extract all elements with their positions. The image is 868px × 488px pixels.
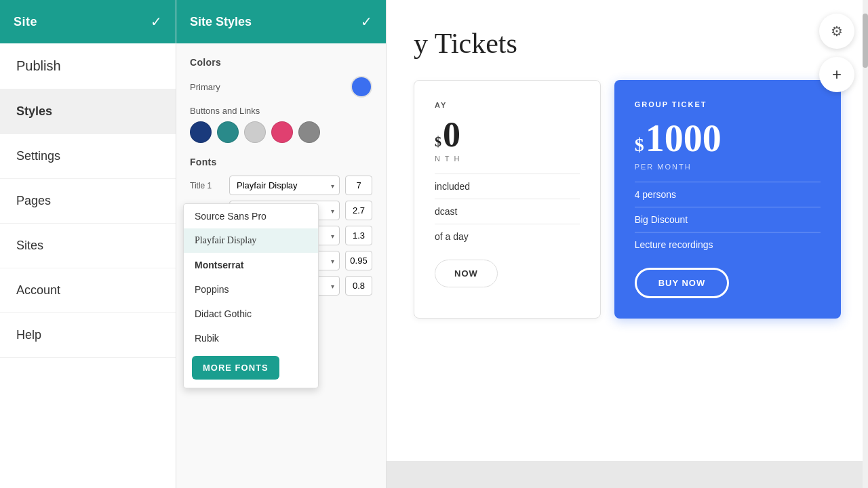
font-size-title3[interactable] xyxy=(345,226,372,245)
primary-row: Primary xyxy=(190,76,372,98)
sidebar-item-settings[interactable]: Settings xyxy=(0,134,176,179)
primary-color-swatch[interactable] xyxy=(351,76,372,98)
ticket-left-currency: $ xyxy=(435,134,441,150)
ticket-left-feature1: included xyxy=(435,174,580,199)
font-option-poppins[interactable]: Poppins xyxy=(184,277,318,302)
settings-icon-button[interactable]: ⚙ xyxy=(819,14,854,49)
ticket-right-feature2: Big Discount xyxy=(635,207,821,232)
font-size-text2[interactable] xyxy=(345,276,372,296)
page-title: y Tickets xyxy=(414,27,841,60)
ticket-left-period: N T H xyxy=(435,155,580,163)
sidebar-item-publish[interactable]: Publish xyxy=(0,43,176,89)
colors-section: Colors Primary Buttons and Links xyxy=(190,57,372,143)
sidebar-item-pages[interactable]: Pages xyxy=(0,179,176,224)
color-swatches xyxy=(190,121,372,143)
bottom-section xyxy=(387,461,868,488)
add-button[interactable]: + xyxy=(819,57,854,92)
scrollbar-thumb[interactable] xyxy=(863,14,868,68)
font-size-text1[interactable] xyxy=(345,251,372,270)
sidebar-item-sites[interactable]: Sites xyxy=(0,224,176,268)
sidebar-item-help[interactable]: Help xyxy=(0,313,176,358)
swatch-pink[interactable] xyxy=(271,121,293,143)
more-fonts-button[interactable]: MORE FONTS xyxy=(192,356,279,380)
primary-label: Primary xyxy=(190,82,220,92)
gear-icon: ⚙ xyxy=(831,23,843,39)
colors-label: Colors xyxy=(190,57,372,68)
page-area: y Tickets AY $ 0 N T H included dcast of… xyxy=(387,0,868,339)
middle-panel-header: Site Styles ✓ xyxy=(176,0,386,43)
middle-panel-content: Colors Primary Buttons and Links Fonts T… xyxy=(176,43,386,314)
right-scrollbar[interactable] xyxy=(863,0,868,488)
swatch-dark-blue[interactable] xyxy=(190,121,212,143)
ticket-card-left: AY $ 0 N T H included dcast of a day NOW xyxy=(414,80,601,319)
font-option-montserrat[interactable]: Montserrat xyxy=(184,253,318,277)
font-option-didact-gothic[interactable]: Didact Gothic xyxy=(184,302,318,326)
sidebar-item-styles[interactable]: Styles xyxy=(0,89,176,134)
sidebar-check-icon[interactable]: ✓ xyxy=(151,14,162,30)
ticket-left-price: 0 xyxy=(443,115,460,155)
sidebar-site-title: Site xyxy=(14,15,37,29)
sidebar-item-account[interactable]: Account xyxy=(0,268,176,313)
font-option-source-sans-pro[interactable]: Source Sans Pro xyxy=(184,204,318,228)
font-select-wrapper-title1: Playfair Display ▾ xyxy=(229,176,340,195)
middle-panel-title: Site Styles xyxy=(190,15,252,29)
plus-icon: + xyxy=(832,65,842,84)
swatch-teal[interactable] xyxy=(217,121,239,143)
buy-now-left-button[interactable]: NOW xyxy=(435,260,498,287)
top-right-icons: ⚙ + xyxy=(819,14,854,92)
font-dropdown: Source Sans Pro Playfair Display Montser… xyxy=(183,203,319,388)
sidebar-navigation: Publish Styles Settings Pages Sites Acco… xyxy=(0,43,176,358)
font-row-title1: Title 1 Playfair Display ▾ xyxy=(190,176,372,195)
ticket-left-feature3: of a day xyxy=(435,224,580,249)
middle-panel-check-icon[interactable]: ✓ xyxy=(361,14,372,30)
buttons-links-label: Buttons and Links xyxy=(190,106,372,116)
font-label-title1: Title 1 xyxy=(190,181,224,190)
swatch-gray[interactable] xyxy=(298,121,320,143)
font-option-rubik[interactable]: Rubik xyxy=(184,326,318,350)
buy-now-right-button[interactable]: BUY NOW xyxy=(635,268,730,298)
ticket-left-label: AY xyxy=(435,101,580,109)
ticket-right-feature1: 4 persons xyxy=(635,182,821,207)
ticket-right-feature3: Lecture recordings xyxy=(635,232,821,257)
ticket-right-label: GROUP TICKET xyxy=(635,100,821,108)
ticket-right-currency: $ xyxy=(635,134,644,156)
font-size-title2[interactable] xyxy=(345,201,372,220)
ticket-right-price: 1000 xyxy=(646,117,722,160)
ticket-right-period: PER MONTH xyxy=(635,163,821,171)
left-sidebar: Site ✓ Publish Styles Settings Pages Sit… xyxy=(0,0,176,488)
fonts-label: Fonts xyxy=(190,157,372,167)
tickets-container: AY $ 0 N T H included dcast of a day NOW xyxy=(414,80,841,319)
font-option-playfair-display[interactable]: Playfair Display xyxy=(184,228,318,253)
main-content: ⚙ + y Tickets AY $ 0 N T H included dcas… xyxy=(387,0,868,488)
font-select-title1[interactable]: Playfair Display xyxy=(229,176,340,195)
swatch-light-gray[interactable] xyxy=(244,121,266,143)
middle-panel: Site Styles ✓ Colors Primary Buttons and… xyxy=(176,0,387,488)
ticket-card-right: GROUP TICKET $ 1000 PER MONTH 4 persons … xyxy=(614,80,841,319)
sidebar-header: Site ✓ xyxy=(0,0,176,43)
ticket-left-feature2: dcast xyxy=(435,199,580,224)
font-size-title1[interactable] xyxy=(345,176,372,195)
